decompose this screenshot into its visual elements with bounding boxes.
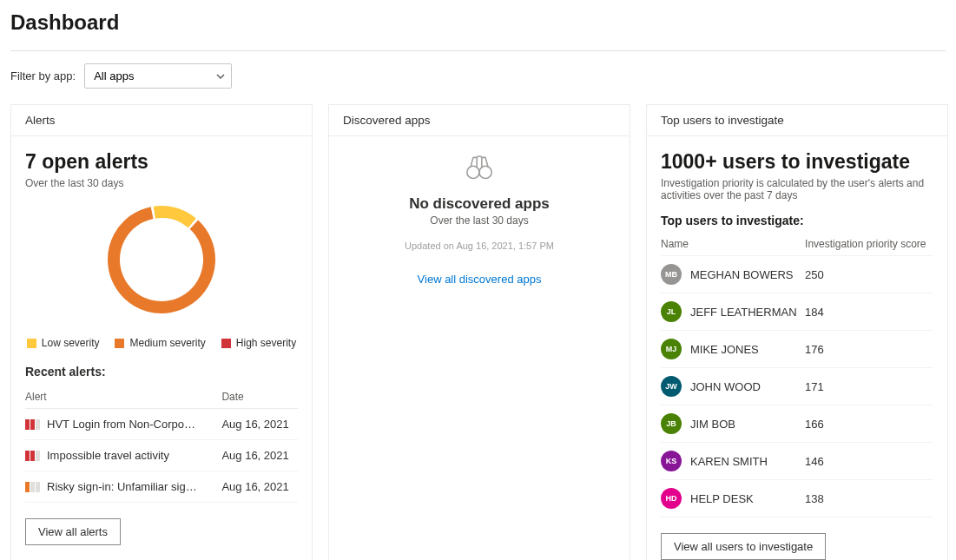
user-score: 138 [805,480,933,517]
alerts-card-header: Alerts [11,105,312,136]
avatar: MJ [661,339,682,359]
table-row[interactable]: KSKAREN SMITH146 [661,443,933,480]
table-row[interactable]: Impossible travel activityAug 16, 2021 [25,440,298,471]
user-score: 184 [805,293,933,331]
users-card-header: Top users to investigate [647,105,947,136]
user-score: 250 [805,256,933,293]
avatar: JB [661,413,682,434]
avatar: JL [661,301,682,322]
users-headline: 1000+ users to investigate [661,150,933,174]
alert-name: Risky sign-in: Unfamiliar sign-i... [47,480,199,493]
table-row[interactable]: Risky sign-in: Unfamiliar sign-i...Aug 1… [25,471,298,503]
table-row[interactable]: HDHELP DESK138 [661,480,933,517]
alert-date: Aug 16, 2021 [221,471,298,503]
severity-icon [25,451,40,461]
view-all-discovered-link[interactable]: View all discovered apps [418,273,542,286]
user-score: 146 [805,443,933,480]
legend-high-swatch [221,339,231,348]
user-score: 176 [805,331,933,368]
no-discovered-apps-title: No discovered apps [409,195,550,213]
top-users-table: Name Investigation priority score MBMEGH… [661,233,933,517]
view-all-users-button[interactable]: View all users to investigate [661,533,826,560]
alerts-subtext: Over the last 30 days [25,177,298,189]
severity-icon [25,419,40,430]
binoculars-icon [465,152,494,181]
discovered-card-header: Discovered apps [329,105,630,136]
user-name: MIKE JONES [690,343,759,356]
divider [10,50,946,51]
legend-low: Low severity [27,337,100,349]
alerts-card: Alerts 7 open alerts Over the last 30 da… [10,104,313,560]
page-title: Dashboard [10,10,946,35]
col-score: Investigation priority score [805,233,933,256]
table-row[interactable]: JBJIM BOB166 [661,405,933,443]
col-name: Name [661,233,805,256]
table-row[interactable]: HVT Login from Non-CorporateAug 16, 2021 [25,409,298,440]
alert-date: Aug 16, 2021 [221,409,298,440]
users-section-title: Top users to investigate: [661,214,933,227]
discovered-updated: Updated on Aug 16, 2021, 1:57 PM [405,240,554,251]
user-name: JOHN WOOD [690,380,761,393]
col-alert: Alert [25,385,221,409]
top-users-card: Top users to investigate 1000+ users to … [646,104,948,560]
col-date: Date [221,385,298,409]
alert-name: HVT Login from Non-Corporate [47,418,199,431]
filter-bar: Filter by app: All apps [10,63,946,89]
alert-date: Aug 16, 2021 [221,440,298,471]
donut-segment [114,213,209,307]
avatar: KS [661,451,682,471]
donut-segment [155,212,193,223]
alerts-legend: Low severity Medium severity High severi… [25,337,298,349]
user-name: MEGHAN BOWERS [690,268,793,281]
avatar: HD [661,488,682,509]
alerts-donut-chart [25,194,298,325]
svg-point-1 [479,166,491,178]
table-row[interactable]: JLJEFF LEATHERMAN184 [661,293,933,331]
view-all-alerts-button[interactable]: View all alerts [25,518,121,545]
legend-medium-swatch [115,339,124,348]
user-name: JIM BOB [690,418,735,431]
user-name: HELP DESK [690,492,754,505]
severity-icon [25,482,40,492]
avatar: JW [661,376,682,397]
discovered-apps-card: Discovered apps No discovered apps Over … [328,104,630,560]
discovered-subtext: Over the last 30 days [430,214,528,227]
table-row[interactable]: MJMIKE JONES176 [661,331,933,368]
alerts-headline: 7 open alerts [25,150,298,174]
user-name: JEFF LEATHERMAN [690,306,797,319]
legend-medium: Medium severity [115,337,205,349]
recent-alerts-title: Recent alerts: [25,365,298,379]
user-score: 171 [805,368,933,405]
filter-label: Filter by app: [10,69,76,82]
alert-name: Impossible travel activity [47,449,169,462]
app-filter-select-input[interactable]: All apps [84,63,232,89]
legend-low-swatch [27,339,36,348]
recent-alerts-table: Alert Date HVT Login from Non-CorporateA… [25,385,298,503]
svg-point-0 [467,166,479,178]
user-name: KAREN SMITH [690,455,768,468]
user-score: 166 [805,405,933,443]
legend-high: High severity [221,337,296,349]
table-row[interactable]: MBMEGHAN BOWERS250 [661,256,933,293]
table-row[interactable]: JWJOHN WOOD171 [661,368,933,405]
avatar: MB [661,264,682,285]
users-subtext: Investigation priority is calculated by … [661,177,933,201]
app-filter-select[interactable]: All apps [84,63,232,89]
